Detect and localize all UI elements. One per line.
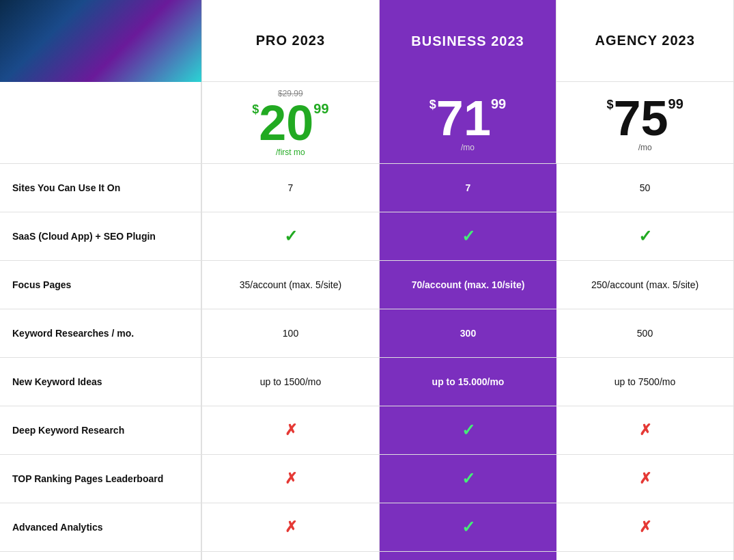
value-text: 70/account (max. 10/site) [412,279,525,290]
business-dollar: $ [429,98,436,112]
pro-price-main: 20 [259,98,313,148]
pro-value: ✓ [201,212,380,260]
pro-plan-name: PRO 2023 [256,33,325,48]
pricing-row: $29.99 $ 20 99 /first mo $ 71 99 /mo [0,82,734,164]
agency-price-cents: 99 [668,96,683,112]
pro-value: 35/account (max. 5/site) [201,261,380,309]
cross-icon: ✗ [639,518,651,536]
pro-period: /first mo [276,148,305,157]
feature-row: SaaS (Cloud App) + SEO Plugin✓✓✓ [0,212,734,261]
feature-row: Keyword Researches / mo.100300500 [0,309,734,358]
feature-row: New Keyword Ideasup to 1500/moup to 15.0… [0,358,734,406]
pro-value: up to 1500/mo [201,358,380,406]
feature-name: Deep Keyword Research [0,406,201,454]
value-text: 100 [283,328,298,339]
value-text: 500 [637,328,653,339]
feature-name: TOP Ranking Pages Leaderboard [0,455,201,503]
value-text: 35/account (max. 5/site) [240,279,341,290]
feature-name: SERP Checker & Google Rank [0,552,201,560]
check-icon: ✓ [462,227,475,246]
cross-icon: ✗ [639,421,651,439]
feature-name: Advanced Analytics [0,503,201,551]
cross-icon: ✗ [285,470,297,488]
check-icon: ✓ [462,469,475,488]
business-value: ✓ [380,406,556,454]
business-price-cents: 99 [491,96,506,112]
check-icon: ✓ [462,518,475,537]
header-pro: PRO 2023 [201,0,380,82]
pro-value: Lite [201,552,380,560]
business-price-container: $ 71 99 [429,94,506,143]
agency-value: up to 7500/mo [556,358,734,406]
agency-pricing: $ 75 99 /mo [556,82,734,163]
value-text: up to 15.000/mo [432,376,505,387]
feature-row: Focus Pages35/account (max. 5/site)70/ac… [0,261,734,309]
pro-price-cents: 99 [313,101,328,117]
pricing-feature-empty [0,82,201,163]
agency-value: Lite [556,552,734,560]
feature-rows: Sites You Can Use It On7750SaaS (Cloud A… [0,164,734,560]
check-icon: ✓ [284,227,298,246]
header-row: PRO 2023 BUSINESS 2023 AGENCY 2023 [0,0,734,82]
pro-value: ✗ [201,503,380,551]
business-value: Business [380,552,556,560]
business-value: up to 15.000/mo [380,358,556,406]
value-text: 7 [466,182,471,193]
business-value: 7 [380,164,556,212]
header-feature-col [0,0,201,82]
feature-row: TOP Ranking Pages Leaderboard✗✓✗ [0,455,734,503]
check-icon: ✓ [462,421,475,440]
feature-name: Focus Pages [0,261,201,309]
agency-plan-name: AGENCY 2023 [595,33,695,48]
pro-price-container: $ 20 99 [252,98,328,148]
business-price-main: 71 [436,94,491,143]
agency-period: /mo [638,143,652,152]
value-text: up to 1500/mo [260,376,322,387]
feature-row: Deep Keyword Research✗✓✗ [0,406,734,455]
pro-value: ✗ [201,406,380,454]
pro-pricing: $29.99 $ 20 99 /first mo [201,82,380,163]
pricing-table: PRO 2023 BUSINESS 2023 AGENCY 2023 $29.9… [0,0,734,560]
pro-value: 100 [201,309,380,357]
agency-price-container: $ 75 99 [607,94,683,143]
header-agency: AGENCY 2023 [556,0,734,82]
page-wrapper: PRO 2023 BUSINESS 2023 AGENCY 2023 $29.9… [0,0,734,560]
pro-value: ✗ [201,455,380,503]
feature-row: SERP Checker & Google RankLiteBusinessLi… [0,552,734,560]
business-plan-name: BUSINESS 2023 [411,33,524,49]
agency-value: ✗ [556,406,734,454]
agency-value: 50 [556,164,734,212]
feature-name: Keyword Researches / mo. [0,309,201,357]
feature-name: New Keyword Ideas [0,358,201,406]
pro-dollar: $ [252,102,259,117]
value-text: 50 [640,182,651,193]
agency-price-main: 75 [614,94,668,143]
agency-dollar: $ [607,98,614,112]
business-value: 70/account (max. 10/site) [380,261,556,309]
business-period: /mo [461,143,475,152]
cross-icon: ✗ [285,518,297,536]
agency-value: 500 [556,309,734,357]
cross-icon: ✗ [639,470,651,488]
agency-value: 250/account (max. 5/site) [556,261,734,309]
business-pricing: $ 71 99 /mo [380,82,557,163]
agency-value: ✓ [556,212,734,260]
header-business: BUSINESS 2023 [380,0,556,82]
check-icon: ✓ [638,227,652,246]
business-value: ✓ [380,503,556,551]
business-value: ✓ [380,455,556,503]
business-value: ✓ [380,212,556,260]
value-text: 7 [288,182,294,193]
agency-value: ✗ [556,455,734,503]
value-text: 250/account (max. 5/site) [591,279,698,290]
feature-name: SaaS (Cloud App) + SEO Plugin [0,212,201,260]
cross-icon: ✗ [285,421,297,439]
feature-name: Sites You Can Use It On [0,164,201,212]
feature-row: Advanced Analytics✗✓✗ [0,503,734,552]
value-text: 300 [460,328,476,339]
business-value: 300 [380,309,556,357]
pro-value: 7 [201,164,380,212]
agency-value: ✗ [556,503,734,551]
feature-row: Sites You Can Use It On7750 [0,164,734,212]
value-text: up to 7500/mo [615,376,676,387]
